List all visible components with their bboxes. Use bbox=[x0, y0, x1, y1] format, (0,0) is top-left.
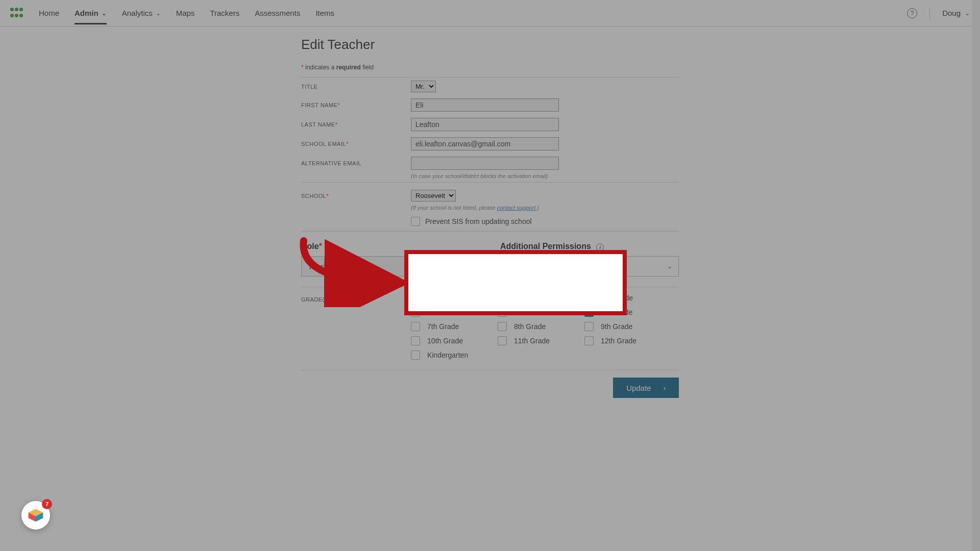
info-icon[interactable]: i bbox=[514, 264, 522, 272]
top-nav: Home Admin⌄ Analytics⌄ Maps Trackers Ass… bbox=[0, 0, 980, 27]
grade-checkbox[interactable] bbox=[584, 336, 594, 345]
grade-checkbox[interactable] bbox=[498, 336, 507, 345]
last-name-input[interactable] bbox=[411, 118, 559, 131]
grade-checkbox[interactable] bbox=[411, 336, 420, 345]
nav-admin[interactable]: Admin⌄ bbox=[75, 2, 107, 24]
chevron-down-icon: ⌄ bbox=[156, 10, 161, 17]
contact-support-link[interactable]: contact support bbox=[497, 205, 535, 211]
chevron-down-icon: ⌄ bbox=[102, 10, 107, 17]
title-label: TITLE bbox=[301, 84, 411, 90]
grade-label: 10th Grade bbox=[427, 337, 463, 345]
grade-item: 10th Grade bbox=[411, 336, 493, 345]
chevron-right-icon: › bbox=[664, 384, 666, 392]
school-email-input[interactable] bbox=[411, 137, 559, 151]
nav-items: Home Admin⌄ Analytics⌄ Maps Trackers Ass… bbox=[39, 2, 334, 24]
page-title: Edit Teacher bbox=[301, 37, 679, 53]
alt-email-input[interactable] bbox=[411, 157, 559, 170]
user-menu[interactable]: Doug⌄ bbox=[942, 9, 970, 17]
first-name-label: FIRST NAME* bbox=[301, 102, 411, 108]
nav-items[interactable]: Items bbox=[315, 2, 334, 24]
first-name-input[interactable] bbox=[411, 98, 559, 112]
update-button[interactable]: Update› bbox=[613, 378, 679, 398]
grade-label: 12th Grade bbox=[601, 337, 636, 345]
school-label: SCHOOL* bbox=[301, 193, 411, 199]
permissions-select[interactable]: ⌄ bbox=[421, 278, 610, 298]
grade-checkbox[interactable] bbox=[584, 322, 594, 331]
info-icon[interactable]: i bbox=[596, 243, 604, 251]
grade-item: 11th Grade bbox=[498, 336, 579, 345]
chevron-down-icon: ⌄ bbox=[599, 284, 604, 291]
logo-icon bbox=[10, 8, 23, 19]
prevent-sis-label: Prevent SIS from updating school bbox=[425, 217, 532, 226]
title-select[interactable]: Mr. bbox=[411, 81, 436, 92]
grade-label: 11th Grade bbox=[514, 337, 550, 345]
grade-label: Kindergarten bbox=[427, 351, 468, 359]
grade-label: 9th Grade bbox=[601, 322, 632, 331]
grades-label: GRADE(S) bbox=[301, 293, 411, 360]
scrollbar[interactable] bbox=[972, 0, 980, 551]
chevron-down-icon: ⌄ bbox=[667, 263, 672, 270]
help-icon[interactable]: ? bbox=[907, 8, 917, 18]
floating-badge[interactable]: 7 bbox=[21, 501, 50, 530]
nav-trackers[interactable]: Trackers bbox=[210, 2, 239, 24]
nav-home[interactable]: Home bbox=[39, 2, 59, 24]
grade-item: Kindergarten bbox=[411, 350, 493, 360]
role-label: Role* bbox=[301, 242, 480, 251]
permissions-label: Additional Permissions i bbox=[421, 263, 610, 272]
last-name-label: LAST NAME* bbox=[301, 121, 411, 128]
school-help: (If your school is not listed, please co… bbox=[411, 205, 679, 211]
badge-count: 7 bbox=[42, 499, 52, 509]
school-email-label: SCHOOL EMAIL* bbox=[301, 141, 411, 147]
grade-checkbox[interactable] bbox=[411, 350, 420, 360]
grade-checkbox[interactable] bbox=[411, 322, 420, 331]
grade-item: 12th Grade bbox=[584, 336, 666, 345]
divider bbox=[929, 7, 930, 20]
grade-item: 7th Grade bbox=[411, 322, 493, 331]
alt-email-help: (In case your school/district blocks the… bbox=[411, 173, 679, 179]
grade-item: 8th Grade bbox=[498, 322, 579, 331]
nav-maps[interactable]: Maps bbox=[176, 2, 195, 24]
alt-email-label: ALTERNATIVE EMAIL bbox=[301, 160, 411, 166]
nav-analytics[interactable]: Analytics⌄ bbox=[122, 2, 161, 24]
school-select[interactable]: Roosevelt bbox=[411, 190, 456, 202]
permissions-label: Additional Permissions i bbox=[500, 242, 679, 251]
grade-label: 7th Grade bbox=[427, 322, 459, 331]
grade-item: 9th Grade bbox=[584, 322, 666, 331]
grade-checkbox[interactable] bbox=[498, 322, 507, 331]
highlight-cutout: Additional Permissions i ⌄ bbox=[408, 254, 623, 311]
chevron-down-icon: ⌄ bbox=[965, 10, 970, 17]
nav-assessments[interactable]: Assessments bbox=[255, 2, 300, 24]
prevent-sis-checkbox[interactable] bbox=[411, 217, 420, 226]
grade-label: 8th Grade bbox=[514, 322, 546, 331]
required-note: * indicates a required field bbox=[301, 64, 679, 71]
